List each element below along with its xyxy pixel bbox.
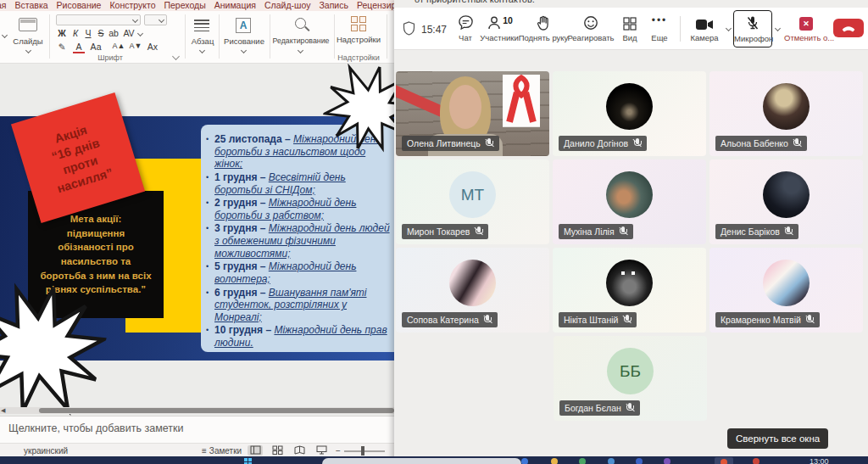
taskbar-folder-icon[interactable]	[551, 458, 558, 464]
tab-design[interactable]: Конструкто	[109, 0, 155, 11]
scrollbar-thumb[interactable]	[39, 408, 394, 413]
editing-magnifier-icon[interactable]	[295, 18, 306, 29]
bold-button[interactable]: Ж	[56, 28, 68, 38]
start-button[interactable]	[244, 458, 252, 464]
slide-layout-icon[interactable]	[19, 18, 37, 31]
slideshow-view-button[interactable]	[314, 445, 329, 456]
character-spacing-chevron-icon[interactable]	[137, 31, 143, 36]
raise-hand-button[interactable]: Поднять руку	[518, 10, 569, 48]
slides-chevron-icon[interactable]	[25, 48, 31, 53]
normal-view-button[interactable]	[248, 445, 263, 456]
drawing-button[interactable]: Рисование	[220, 36, 268, 46]
taskbar-active-app[interactable]	[715, 457, 733, 464]
participant-tile[interactable]: МТ Мирон Токарев	[396, 159, 549, 244]
tab-review[interactable]: Рецензиро	[357, 0, 394, 11]
participant-tile[interactable]: Альона Бабенко	[709, 71, 863, 156]
mic-button[interactable]: Микрофон	[733, 10, 772, 48]
strikethrough-button[interactable]: S	[95, 28, 107, 38]
font-size-combobox[interactable]	[144, 14, 167, 25]
participant-name-badge: Мирон Токарев	[402, 224, 488, 239]
underline-button[interactable]: Ч	[82, 28, 94, 38]
mic-off-icon	[626, 403, 635, 413]
hang-up-button[interactable]	[833, 19, 864, 37]
shrink-font-button[interactable]: А▼	[127, 42, 144, 50]
view-grid-icon	[615, 10, 645, 31]
editing-chevron-icon[interactable]	[298, 48, 303, 53]
participant-tile-video[interactable]: Олена Литвинець	[396, 71, 549, 156]
character-spacing-button[interactable]: AV	[121, 28, 136, 38]
text-shadow-button[interactable]: ab	[108, 28, 120, 38]
font-name-combobox[interactable]	[56, 14, 141, 25]
view-button[interactable]: Вид	[615, 10, 645, 48]
highlight-pen-button[interactable]: ✎	[56, 42, 68, 52]
tab-draw[interactable]: Рисование	[57, 0, 102, 11]
drawing-chevron-icon[interactable]	[241, 48, 247, 53]
tab-slideshow[interactable]: Слайд-шоу	[264, 0, 310, 11]
taskbar-app-icon[interactable]	[521, 458, 528, 464]
zoom-slider[interactable]	[344, 450, 385, 452]
avatar	[606, 83, 653, 130]
zoom-slider-thumb[interactable]	[361, 446, 364, 456]
zoom-out-button[interactable]: −	[336, 446, 341, 456]
scroll-left-icon[interactable]: ◀	[1, 407, 5, 414]
taskbar-search-input[interactable]	[322, 458, 521, 464]
tab-animations[interactable]: Анимация	[214, 0, 256, 11]
taskbar-app-icon[interactable]	[579, 458, 586, 464]
tab-insert[interactable]: Вставка	[15, 0, 48, 11]
slides-button[interactable]: Слайды	[8, 36, 47, 46]
paragraph-icon[interactable]	[194, 20, 209, 31]
grow-font-button[interactable]: А▲	[110, 42, 127, 50]
camera-chevron-icon[interactable]	[726, 25, 732, 31]
slide-sorter-view-button[interactable]	[270, 445, 285, 456]
paragraph-button[interactable]: Абзац	[186, 36, 219, 46]
participants-button[interactable]: 10 Участники	[476, 10, 523, 48]
reading-view-button[interactable]	[292, 445, 307, 456]
taskbar-app-icon[interactable]	[753, 458, 760, 464]
taskbar-clock: 13:00	[810, 457, 829, 464]
mic-off-icon	[632, 138, 642, 148]
italic-button[interactable]: К	[70, 28, 81, 38]
slide-bullet-panel[interactable]: •25 листопада – Міжнародний день боротьб…	[201, 125, 394, 352]
clipboard-chevron-icon[interactable]	[2, 32, 8, 38]
camera-button[interactable]: Камера	[686, 10, 723, 48]
tab-home[interactable]: ая	[0, 0, 7, 11]
taskbar-app-icon[interactable]	[636, 458, 643, 464]
drawing-icon[interactable]: А	[236, 18, 251, 33]
change-case-button[interactable]: Аа	[88, 42, 103, 52]
addins-icon[interactable]	[351, 16, 366, 31]
clear-formatting-button[interactable]: Ах	[144, 42, 161, 52]
horizontal-scrollbar[interactable]: ◀	[0, 407, 394, 414]
taskbar-app-icon[interactable]	[608, 458, 615, 464]
participant-tile[interactable]: Денис Баріков	[709, 159, 863, 244]
avatar	[763, 171, 810, 218]
participant-name: Альона Бабенко	[721, 138, 788, 149]
notes-pane[interactable]: Щелкните, чтобы добавить заметки	[0, 416, 394, 443]
more-button[interactable]: ••• Еще	[645, 10, 674, 48]
mic-chevron-icon[interactable]	[775, 25, 781, 31]
react-button[interactable]: Реагировать	[565, 10, 616, 48]
editing-button[interactable]: Редактирование	[270, 36, 332, 45]
participant-tile[interactable]: Данило Догінов	[553, 71, 706, 156]
paragraph-chevron-icon[interactable]	[199, 48, 205, 53]
addins-button[interactable]: Надстройки	[336, 35, 381, 44]
person-face	[449, 85, 481, 129]
font-dialog-launcher-icon[interactable]	[172, 53, 180, 60]
slide-workspace: Мета акції: підвищення обізнаності про н…	[0, 64, 394, 416]
taskbar-app-icon[interactable]	[664, 458, 670, 464]
participant-tile[interactable]: Сопова Катерина	[396, 248, 549, 333]
tab-record[interactable]: Запись	[319, 0, 348, 11]
participant-name-badge: Крамаренко Матвій	[715, 312, 820, 327]
language-indicator[interactable]: украинский	[24, 446, 68, 456]
mic-off-icon	[619, 226, 628, 237]
font-color-button[interactable]: А	[73, 42, 85, 53]
participant-name: Мирон Токарев	[407, 226, 470, 238]
participant-tile[interactable]: Мухіна Лілія	[553, 159, 706, 244]
participant-tile[interactable]: ББ Богдан Бєлан	[554, 336, 707, 421]
participant-tile[interactable]: Нікіта Штаній	[553, 248, 706, 333]
participant-tile[interactable]: Крамаренко Матвій	[709, 248, 863, 333]
tab-transitions[interactable]: Переходы	[164, 0, 205, 11]
notes-toggle-button[interactable]: ≡ Заметки	[202, 446, 242, 456]
camera-icon	[686, 10, 723, 31]
bullet-item: •6 грудня – Вшанування пам'яті студенток…	[206, 287, 394, 324]
stop-presenting-button[interactable]: ✕ Отменить о...	[784, 10, 828, 48]
